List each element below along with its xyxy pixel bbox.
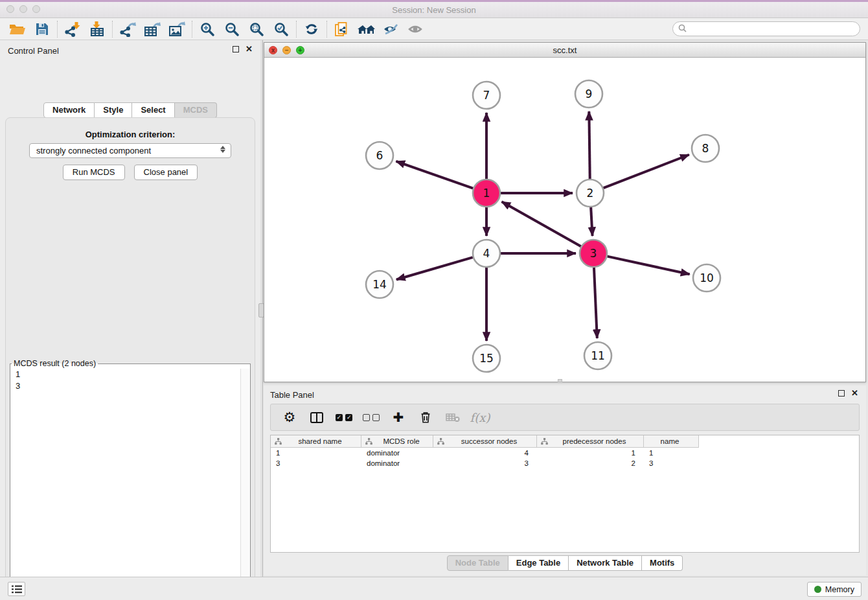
graph-node-label: 14 bbox=[372, 278, 387, 291]
search-box[interactable] bbox=[672, 21, 860, 36]
network-view-window: x – + scc.txt 7968124314101511 bbox=[264, 42, 866, 382]
edge-3-1[interactable] bbox=[502, 202, 581, 246]
column-header-successor-nodes[interactable]: successor nodes bbox=[433, 435, 537, 448]
network-window-titlebar[interactable]: x – + scc.txt bbox=[264, 43, 865, 58]
column-header-MCDS-role[interactable]: MCDS role bbox=[361, 435, 433, 448]
column-header-predecessor-nodes[interactable]: predecessor nodes bbox=[537, 435, 644, 448]
tab-network[interactable]: Network bbox=[43, 102, 95, 118]
first-neighbors-icon[interactable] bbox=[354, 19, 379, 39]
table-cell[interactable]: 2 bbox=[537, 458, 644, 468]
result-scrollbar[interactable] bbox=[240, 369, 249, 600]
window-title: Session: New Session bbox=[0, 5, 868, 15]
table-body: 1dominator4113dominator323 bbox=[271, 448, 859, 468]
save-session-icon[interactable] bbox=[30, 19, 54, 39]
table-cell[interactable]: 3 bbox=[433, 458, 537, 468]
import-network-icon[interactable] bbox=[60, 19, 85, 39]
table-panel-title: Table Panel bbox=[270, 390, 314, 400]
table-cell[interactable]: 1 bbox=[644, 448, 699, 458]
graph-node-label: 15 bbox=[479, 352, 494, 365]
edge-1-6[interactable] bbox=[396, 161, 473, 189]
table-toolbar: ⚙ ✓ ✓ ✚ f(x) bbox=[270, 404, 860, 431]
tab-motifs[interactable]: Motifs bbox=[642, 555, 683, 571]
tab-style[interactable]: Style bbox=[95, 102, 132, 118]
delete-column-icon[interactable] bbox=[415, 407, 437, 428]
zoom-out-icon[interactable] bbox=[220, 19, 244, 39]
tab-network-table[interactable]: Network Table bbox=[569, 555, 642, 571]
zoom-fit-icon[interactable] bbox=[244, 19, 269, 39]
show-all-icon bbox=[404, 19, 428, 39]
float-table-panel-icon[interactable] bbox=[838, 390, 845, 397]
table-cell[interactable]: 3 bbox=[271, 458, 361, 468]
delete-table-icon bbox=[442, 407, 464, 428]
edge-3-10[interactable] bbox=[607, 257, 689, 275]
table-tabs: Node TableEdge TableNetwork TableMotifs bbox=[264, 555, 866, 571]
function-builder-icon: f(x) bbox=[469, 407, 491, 428]
control-panel-header: Control Panel ✕ bbox=[0, 40, 260, 58]
float-panel-icon[interactable] bbox=[233, 46, 239, 52]
table-cell[interactable]: 1 bbox=[537, 448, 644, 458]
search-input[interactable] bbox=[691, 23, 860, 35]
hide-selected-icon[interactable] bbox=[379, 19, 404, 39]
title-bar: Session: New Session bbox=[0, 0, 868, 18]
optimization-criterion-label: Optimization criterion: bbox=[6, 130, 255, 139]
criterion-dropdown[interactable]: strongly connected component bbox=[29, 143, 231, 158]
column-header-shared-name[interactable]: shared name bbox=[271, 435, 361, 448]
result-line: 1 bbox=[11, 369, 240, 380]
toolbar-separator bbox=[326, 21, 327, 38]
edge-3-11[interactable] bbox=[594, 268, 597, 338]
mcds-result-title: MCDS result (2 nodes) bbox=[12, 359, 98, 368]
graph-node-label: 9 bbox=[586, 87, 593, 100]
tab-select[interactable]: Select bbox=[132, 102, 174, 118]
view-resize-handle[interactable] bbox=[558, 379, 562, 382]
zoom-in-icon[interactable] bbox=[195, 19, 220, 39]
open-session-icon[interactable] bbox=[5, 19, 30, 39]
edge-4-14[interactable] bbox=[396, 257, 473, 279]
search-icon bbox=[678, 23, 687, 35]
graph-node-label: 8 bbox=[702, 142, 709, 155]
table-cell[interactable]: 4 bbox=[433, 448, 537, 458]
tab-node-table: Node Table bbox=[447, 555, 508, 571]
graph-node-label: 4 bbox=[483, 247, 490, 260]
edge-2-9[interactable] bbox=[589, 111, 589, 179]
refresh-layout-icon[interactable] bbox=[299, 19, 324, 39]
toolbar-separator bbox=[57, 21, 58, 38]
new-network-from-selection-icon[interactable] bbox=[330, 19, 354, 39]
network-view-title: scc.txt bbox=[264, 45, 865, 55]
edge-2-3[interactable] bbox=[591, 207, 592, 236]
table-cell[interactable]: dominator bbox=[361, 448, 433, 458]
export-table-icon[interactable] bbox=[140, 19, 165, 39]
column-header-name[interactable]: name bbox=[644, 435, 699, 448]
add-column-icon[interactable]: ✚ bbox=[387, 407, 409, 428]
table-row[interactable]: 3dominator323 bbox=[271, 458, 859, 468]
run-mcds-button[interactable]: Run MCDS bbox=[63, 165, 125, 180]
export-network-icon[interactable] bbox=[115, 19, 140, 39]
graph-node-label: 2 bbox=[587, 187, 594, 200]
settings-gear-icon[interactable]: ⚙ bbox=[279, 407, 301, 428]
import-table-icon[interactable] bbox=[85, 19, 109, 39]
table-panel: Table Panel ✕ ⚙ ✓ ✓ ✚ f(x) shared nameMC… bbox=[264, 386, 866, 575]
mcds-result-box: MCDS result (2 nodes) 13 bbox=[10, 359, 251, 600]
edge-2-8[interactable] bbox=[604, 155, 689, 188]
table-cell[interactable]: 3 bbox=[644, 458, 699, 468]
memory-status-icon bbox=[814, 586, 821, 593]
tab-edge-table[interactable]: Edge Table bbox=[508, 555, 569, 571]
network-graph-canvas[interactable]: 7968124314101511 bbox=[264, 58, 865, 382]
export-image-icon[interactable] bbox=[165, 19, 189, 39]
deselect-all-columns-icon[interactable] bbox=[360, 407, 382, 428]
table-cell[interactable]: 1 bbox=[271, 448, 361, 458]
table-cell[interactable]: dominator bbox=[361, 458, 433, 468]
memory-button[interactable]: Memory bbox=[807, 582, 862, 597]
columns-icon[interactable] bbox=[306, 407, 328, 428]
memory-label: Memory bbox=[825, 585, 854, 594]
zoom-selected-icon[interactable] bbox=[269, 19, 293, 39]
select-all-columns-icon[interactable]: ✓ ✓ bbox=[333, 407, 355, 428]
toolbar-separator bbox=[112, 21, 113, 38]
mcds-panel: Optimization criterion: strongly connect… bbox=[5, 117, 255, 600]
close-table-panel-icon[interactable]: ✕ bbox=[851, 389, 858, 397]
graph-node-label: 3 bbox=[590, 247, 597, 260]
task-history-button[interactable] bbox=[8, 582, 25, 596]
main-toolbar bbox=[0, 18, 868, 40]
close-panel-button[interactable]: Close panel bbox=[134, 165, 198, 180]
close-panel-icon[interactable]: ✕ bbox=[246, 45, 253, 53]
table-row[interactable]: 1dominator411 bbox=[271, 448, 859, 458]
